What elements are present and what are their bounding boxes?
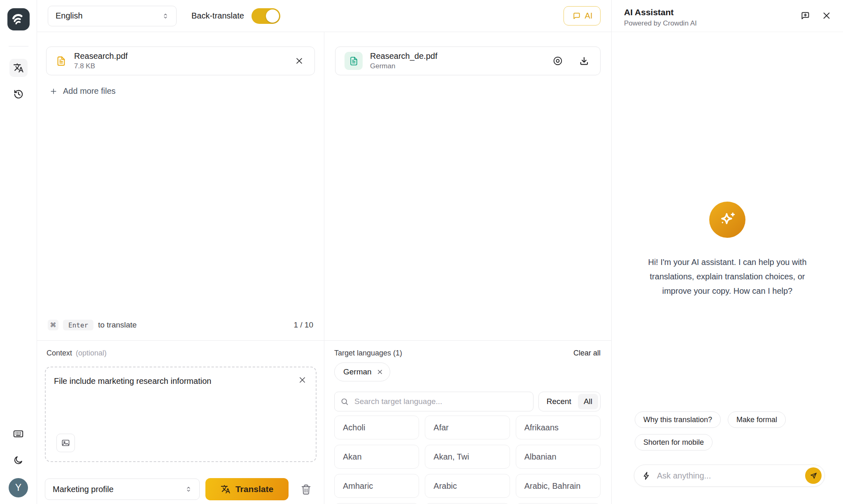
download-file-button[interactable] bbox=[579, 56, 589, 66]
language-option-label: Amharic bbox=[343, 481, 373, 491]
target-languages-panel: Target languages (1) Clear all German bbox=[324, 341, 611, 504]
ai-assistant-button[interactable]: AI bbox=[564, 6, 601, 26]
file-meta: Reasearch_de.pdf German bbox=[370, 51, 545, 70]
suggestion-chip-label: Shorten for mobile bbox=[643, 438, 704, 447]
main-area: English Back-translate AI bbox=[37, 0, 612, 504]
preview-file-button[interactable] bbox=[552, 56, 563, 66]
moon-icon bbox=[13, 455, 23, 465]
close-icon bbox=[298, 376, 307, 384]
download-icon bbox=[579, 56, 589, 66]
profile-select-value: Marketing profile bbox=[53, 485, 114, 494]
chevron-up-down-icon bbox=[184, 485, 193, 493]
selected-language-label: German bbox=[343, 367, 372, 376]
language-option[interactable]: Arabic bbox=[425, 474, 510, 498]
keyboard-shortcuts-button[interactable] bbox=[9, 425, 28, 443]
language-search-box[interactable] bbox=[334, 392, 533, 411]
profile-select[interactable]: Marketing profile bbox=[45, 478, 200, 500]
bottom-section: Context (optional) File include marketin… bbox=[37, 340, 611, 504]
user-avatar[interactable]: Y bbox=[9, 478, 28, 497]
ai-suggestion-chips: Why this translation?Make formalShorten … bbox=[612, 411, 843, 451]
language-search-input[interactable] bbox=[354, 397, 527, 406]
avatar-initial: Y bbox=[15, 482, 21, 493]
close-panel-button[interactable] bbox=[822, 11, 831, 21]
context-input-area[interactable]: File include marketing research informat… bbox=[45, 367, 317, 462]
add-more-files-label: Add more files bbox=[63, 86, 116, 96]
message-plus-icon bbox=[800, 10, 810, 21]
sidebar-item-translate[interactable] bbox=[9, 59, 28, 77]
language-option[interactable]: Arabic, Bahrain bbox=[516, 474, 601, 498]
ai-chat-input[interactable] bbox=[656, 471, 800, 481]
ai-header-titles: AI Assistant Powered by Crowdin AI bbox=[624, 7, 697, 28]
source-files-panel: Reasearch.pdf 7.8 KB Add more files ⌘ En… bbox=[37, 32, 324, 340]
lightning-icon[interactable] bbox=[642, 471, 651, 481]
context-label: Context bbox=[47, 349, 72, 358]
attach-image-button[interactable] bbox=[56, 434, 75, 452]
shortcut-hint-row: ⌘ Enter to translate 1 / 10 bbox=[46, 320, 315, 330]
chat-bubble-icon bbox=[572, 11, 581, 21]
paper-plane-icon bbox=[809, 471, 818, 480]
translate-button-label: Translate bbox=[235, 484, 273, 494]
context-label-row: Context (optional) bbox=[45, 349, 317, 358]
translate-button[interactable]: Translate bbox=[205, 478, 289, 500]
clear-context-button[interactable] bbox=[298, 376, 307, 384]
language-option-label: Akan bbox=[343, 452, 362, 462]
sparkle-icon bbox=[717, 209, 738, 230]
delete-button[interactable] bbox=[300, 483, 312, 495]
ai-assistant-panel: AI Assistant Powered by Crowdin AI bbox=[612, 0, 843, 504]
tab-all[interactable]: All bbox=[578, 394, 598, 409]
left-sidebar: Y bbox=[0, 0, 37, 504]
ai-button-label: AI bbox=[585, 11, 593, 21]
language-option[interactable]: Acholi bbox=[334, 416, 419, 439]
sidebar-item-history[interactable] bbox=[9, 85, 28, 103]
language-option[interactable]: Albanian bbox=[516, 445, 601, 469]
source-language-select[interactable]: English bbox=[48, 6, 177, 26]
cmd-keycap: ⌘ bbox=[48, 320, 58, 330]
close-icon bbox=[295, 56, 304, 65]
translate-icon bbox=[221, 484, 231, 494]
language-option[interactable]: Akan, Twi bbox=[425, 445, 510, 469]
toggle-knob bbox=[266, 9, 279, 23]
clear-all-button[interactable]: Clear all bbox=[573, 349, 601, 358]
language-grid: AcholiAfarAfrikaansAkanAkan, TwiAlbanian… bbox=[334, 416, 601, 504]
remove-file-button[interactable] bbox=[295, 56, 304, 65]
ai-input-bar[interactable] bbox=[634, 465, 825, 487]
suggestion-chip[interactable]: Make formal bbox=[728, 411, 786, 428]
new-chat-button[interactable] bbox=[800, 10, 810, 21]
send-message-button[interactable] bbox=[805, 467, 822, 484]
language-option[interactable]: Afrikaans bbox=[516, 416, 601, 439]
language-option-label: Arabic, Bahrain bbox=[524, 481, 581, 491]
suggestion-chip[interactable]: Why this translation? bbox=[635, 411, 721, 428]
tab-recent[interactable]: Recent bbox=[541, 394, 577, 409]
dark-mode-toggle[interactable] bbox=[9, 451, 28, 469]
crowdin-logo[interactable] bbox=[7, 8, 30, 30]
translate-icon bbox=[13, 63, 24, 73]
translated-file-card[interactable]: Reasearch_de.pdf German bbox=[335, 46, 601, 75]
source-file-card[interactable]: Reasearch.pdf 7.8 KB bbox=[46, 46, 315, 75]
language-option[interactable]: Afar bbox=[425, 416, 510, 439]
context-text[interactable]: File include marketing research informat… bbox=[54, 375, 291, 387]
ai-panel-header: AI Assistant Powered by Crowdin AI bbox=[612, 0, 843, 32]
remove-language-icon[interactable] bbox=[377, 369, 383, 375]
ai-panel-subtitle: Powered by Crowdin AI bbox=[624, 19, 697, 28]
selected-language-chip[interactable]: German bbox=[334, 362, 390, 381]
language-option[interactable]: Amharic bbox=[334, 474, 419, 498]
context-actions-row: Marketing profile Translate bbox=[45, 478, 317, 500]
topbar: English Back-translate AI bbox=[37, 0, 611, 32]
app-window: Y English Back-translate AI bbox=[0, 0, 843, 504]
add-more-files-button[interactable]: Add more files bbox=[46, 86, 315, 96]
source-file-size: 7.8 KB bbox=[74, 62, 287, 70]
language-search-row: Recent All bbox=[334, 392, 601, 411]
suggestion-chip[interactable]: Shorten for mobile bbox=[635, 434, 713, 451]
ai-sparkle-badge bbox=[709, 202, 745, 238]
language-option-label: Afrikaans bbox=[524, 423, 559, 432]
translated-files-panel: Reasearch_de.pdf German bbox=[324, 32, 611, 340]
eye-icon bbox=[552, 56, 563, 66]
file-text-icon bbox=[349, 56, 359, 66]
language-option[interactable]: Akan bbox=[334, 445, 419, 469]
language-filter-tabs: Recent All bbox=[538, 392, 601, 411]
file-actions bbox=[552, 56, 589, 66]
back-translate-toggle[interactable] bbox=[252, 8, 280, 24]
ai-header-actions bbox=[800, 10, 831, 21]
history-icon bbox=[13, 89, 24, 100]
ai-greeting-message: Hi! I'm your AI assistant. I can help yo… bbox=[638, 255, 816, 298]
